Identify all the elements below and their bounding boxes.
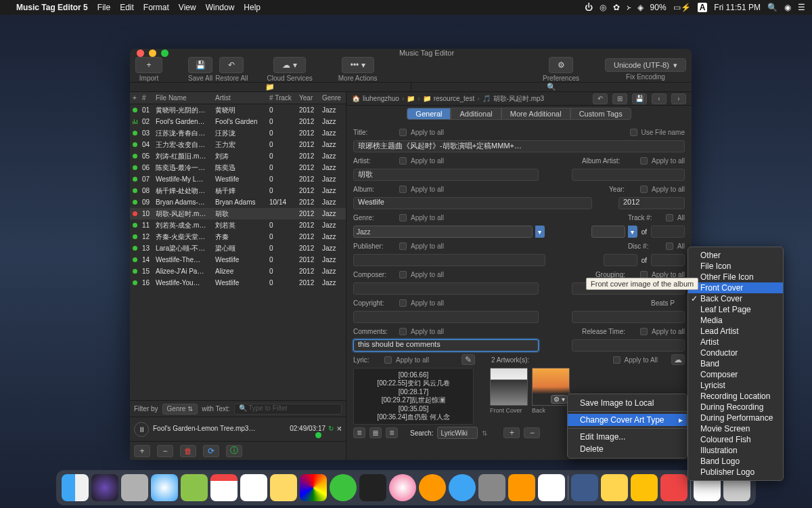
home-icon[interactable]: 🏠 xyxy=(352,95,360,102)
artist-apply-check[interactable] xyxy=(399,157,407,165)
tab-additional[interactable]: Additional xyxy=(451,108,501,120)
reveal-button[interactable]: ⊞ xyxy=(612,93,627,104)
use-filename-check[interactable] xyxy=(630,129,637,136)
save-all-button[interactable]: 💾 xyxy=(188,57,212,73)
input-source-icon[interactable]: A xyxy=(698,3,708,12)
notifications-icon[interactable]: ☰ xyxy=(798,3,805,12)
discno-total-input[interactable] xyxy=(651,254,685,266)
dock-preferences[interactable] xyxy=(478,474,505,501)
title-apply-check[interactable] xyxy=(399,129,407,136)
dock-sketch[interactable] xyxy=(601,474,628,501)
lyric-source-select[interactable]: LyricWiki xyxy=(437,427,478,439)
submenu-item[interactable]: Band Logo xyxy=(688,456,783,467)
cloud-artwork-button[interactable]: ☁ xyxy=(671,354,685,365)
tab-custom-tags[interactable]: Custom Tags xyxy=(570,108,631,120)
dock-ibooks[interactable] xyxy=(419,474,446,501)
dock-itunes[interactable] xyxy=(389,474,416,501)
close-button[interactable] xyxy=(137,49,144,57)
table-row[interactable]: 11 刘若英-成全.m… 刘若英 0 2012 Jazz xyxy=(130,219,346,231)
comments-input[interactable]: this should be comments xyxy=(353,339,539,352)
composer-apply-check[interactable] xyxy=(399,271,407,278)
trackno-all-check[interactable] xyxy=(666,214,673,221)
submenu-item[interactable]: Lead Artist xyxy=(688,326,783,337)
table-row[interactable]: 03 汪苏泷-青春白… 汪苏泷 0 2012 Jazz xyxy=(130,127,346,139)
num-column[interactable]: # xyxy=(139,94,153,102)
submenu-item[interactable]: Media xyxy=(688,315,783,326)
publisher-apply-check[interactable] xyxy=(399,242,407,250)
dock-launchpad[interactable] xyxy=(121,474,148,501)
undo-button[interactable]: ↶ xyxy=(593,93,608,104)
crumb[interactable]: liuhengzhuo xyxy=(363,95,399,102)
table-row[interactable]: 14 Westlife-The… Westlife 0 2012 Jazz xyxy=(130,254,346,266)
table-row[interactable]: 04 王力宏-改变自… 王力宏 0 2012 Jazz xyxy=(130,139,346,150)
comments-apply-check[interactable] xyxy=(399,328,407,335)
menu-window[interactable]: Window xyxy=(206,3,235,12)
clock[interactable]: Fri 11:51 PM xyxy=(714,3,761,12)
table-row[interactable]: 13 Lara梁心颐-不… 梁心颐 0 2012 Jazz xyxy=(130,242,346,254)
table-row[interactable]: 07 Westlife-My L… Westlife 0 2012 Jazz xyxy=(130,173,346,185)
statusbar-icon[interactable]: ◎ xyxy=(600,3,606,12)
album-artist-apply-check[interactable] xyxy=(640,157,648,165)
dock-safari[interactable] xyxy=(151,474,178,501)
dock-calendar[interactable] xyxy=(210,474,238,501)
align-right-button[interactable]: ≡ xyxy=(386,427,398,438)
align-left-button[interactable]: ≡ xyxy=(353,427,365,438)
submenu-item[interactable]: Band xyxy=(688,358,783,369)
title-input[interactable]: 琅琊榜主题曲《风起时》-胡歌演唱+定稿MMM+… xyxy=(353,140,685,152)
save-button[interactable]: 💾 xyxy=(632,93,647,104)
app-name[interactable]: Music Tag Editor 5 xyxy=(16,3,88,12)
trackno-total-input[interactable] xyxy=(651,226,685,238)
align-center-button[interactable]: ≣ xyxy=(369,427,382,438)
search-view-toggle[interactable]: 🔍 xyxy=(411,83,692,91)
genre-apply-check[interactable] xyxy=(399,214,407,221)
remove-file-button[interactable]: − xyxy=(157,445,173,457)
album-input[interactable]: Westlife xyxy=(353,197,592,209)
genre-dropdown-caret[interactable]: ▾ xyxy=(535,226,545,238)
table-row[interactable]: 12 齐秦-火柴天堂… 齐秦 0 2012 Jazz xyxy=(130,231,346,242)
search-icon[interactable]: 🔍 xyxy=(767,3,777,12)
menu-edit[interactable]: Edit xyxy=(120,3,134,12)
discno-all-check[interactable] xyxy=(666,242,673,250)
bluetooth-icon[interactable]: ᚛ xyxy=(627,3,631,12)
submenu-item[interactable]: Illustration xyxy=(688,445,783,456)
dock-appstore[interactable] xyxy=(449,474,476,501)
table-row[interactable]: 06 陈奕迅-最冷一… 陈奕迅 0 2012 Jazz xyxy=(130,162,346,173)
repeat-icon[interactable]: ↻ xyxy=(328,425,334,432)
submenu-item[interactable]: Recording Location xyxy=(688,391,783,402)
artist-input[interactable]: 胡歌 xyxy=(353,169,539,181)
bpm-input[interactable] xyxy=(572,311,685,323)
dock-notes[interactable] xyxy=(270,474,297,501)
year-apply-check[interactable] xyxy=(640,186,648,193)
edit-lyric-button[interactable]: ✎ xyxy=(461,354,475,365)
composer-input[interactable] xyxy=(353,282,539,295)
submenu-item[interactable]: File Icon xyxy=(688,261,783,272)
cm-delete[interactable]: Delete xyxy=(568,443,687,455)
minimize-button[interactable] xyxy=(149,49,156,57)
submenu-item[interactable]: Front Cover xyxy=(688,282,783,293)
folder-icon[interactable]: 📁 xyxy=(407,95,415,102)
info-button[interactable]: ⓘ xyxy=(226,445,242,457)
submenu-item[interactable]: During Recording xyxy=(688,402,783,412)
filter-field-select[interactable]: Genre ⇅ xyxy=(162,404,198,415)
play-pause-button[interactable]: ⏸ xyxy=(134,422,149,437)
filename-column[interactable]: File Name xyxy=(153,94,212,102)
preferences-button[interactable]: ⚙ xyxy=(549,57,573,73)
submenu-item[interactable]: Conductor xyxy=(688,347,783,358)
submenu-item[interactable]: Publisher Logo xyxy=(688,467,783,478)
track-column[interactable]: # Track xyxy=(267,94,296,102)
grouping-apply-check[interactable] xyxy=(640,271,648,278)
copyright-input[interactable] xyxy=(353,311,539,323)
dock-sublime[interactable] xyxy=(508,474,535,501)
add-file-button[interactable]: + xyxy=(134,445,150,457)
crumb[interactable]: 胡歌-风起时.mp3 xyxy=(493,94,545,104)
statusbar-icon[interactable]: ⏻ xyxy=(585,3,593,12)
siri-icon[interactable]: ◉ xyxy=(784,3,791,12)
import-button[interactable]: + xyxy=(135,57,162,73)
table-row[interactable]: 08 杨千嬅-处处吻… 杨千嬅 0 2012 Jazz xyxy=(130,185,346,196)
battery-icon[interactable]: ▭⚡ xyxy=(673,3,691,12)
table-row[interactable]: 10 胡歌-风起时.m… 胡歌 2012 Jazz xyxy=(130,208,346,219)
folder-icon[interactable]: 📁 xyxy=(423,95,431,102)
dock-app[interactable] xyxy=(571,474,598,501)
menu-help[interactable]: Help xyxy=(244,3,261,12)
cloud-services-button[interactable]: ☁ ▾ xyxy=(273,57,306,73)
